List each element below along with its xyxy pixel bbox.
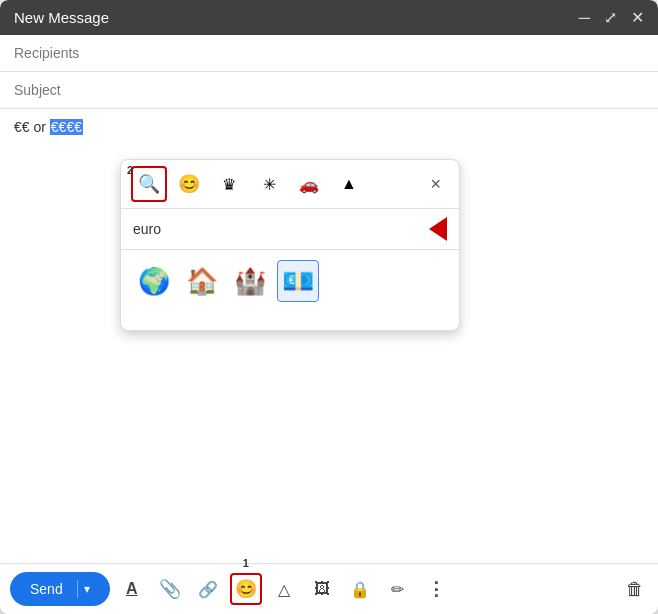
toolbar-emoji-badge: 1 bbox=[243, 557, 249, 569]
arrow-indicator bbox=[429, 217, 447, 241]
compose-toolbar: Send ▾ A 📎 🔗 😊 1 △ 🖼 bbox=[0, 563, 658, 614]
drive-icon: △ bbox=[278, 580, 290, 599]
crown-icon: ♛ bbox=[222, 175, 236, 194]
emoji-icon: 😊 bbox=[235, 578, 257, 600]
car-icon: 🚗 bbox=[299, 175, 319, 194]
title-bar-actions: ─ ⤢ ✕ bbox=[579, 8, 644, 27]
close-button[interactable]: ✕ bbox=[631, 8, 644, 27]
more-icon: ⋮ bbox=[427, 578, 445, 600]
emoji-result-house[interactable]: 🏠 bbox=[181, 260, 223, 302]
emoji-result-euro[interactable]: 💶 bbox=[277, 260, 319, 302]
emoji-tab-crown[interactable]: ♛ bbox=[211, 166, 247, 202]
emoji-result-globe[interactable]: 🌍 bbox=[133, 260, 175, 302]
send-button[interactable]: Send ▾ bbox=[10, 572, 110, 606]
insert-link-button[interactable]: 🔗 bbox=[192, 573, 224, 605]
expand-button[interactable]: ⤢ bbox=[604, 8, 617, 27]
smiley-icon: 😊 bbox=[178, 173, 200, 195]
emoji-tab-car[interactable]: 🚗 bbox=[291, 166, 327, 202]
photo-button[interactable]: 🖼 bbox=[306, 573, 338, 605]
send-label: Send bbox=[30, 581, 63, 597]
attach-button[interactable]: 📎 bbox=[154, 573, 186, 605]
signature-icon: ✏ bbox=[391, 580, 404, 599]
window-title: New Message bbox=[14, 9, 109, 26]
emoji-results: 🌍 🏠 🏰 💶 bbox=[121, 250, 459, 330]
emoji-search-input[interactable] bbox=[133, 221, 421, 237]
format-text-button[interactable]: A bbox=[116, 573, 148, 605]
flower-icon: ✳ bbox=[263, 175, 276, 194]
lock-icon: 🔒 bbox=[350, 580, 370, 599]
arrow-icon bbox=[429, 217, 447, 241]
recipients-field bbox=[0, 35, 658, 72]
emoji-result-castle[interactable]: 🏰 bbox=[229, 260, 271, 302]
emoji-button[interactable]: 😊 bbox=[230, 573, 262, 605]
emoji-picker: 🔍 2 😊 ♛ ✳ 🚗 ▲ × bbox=[120, 159, 460, 331]
emoji-tab-triangle[interactable]: ▲ bbox=[331, 166, 367, 202]
send-arrow-icon: ▾ bbox=[84, 582, 90, 596]
delete-button[interactable]: 🗑 bbox=[622, 575, 648, 604]
trash-icon: 🗑 bbox=[626, 579, 644, 599]
confidential-button[interactable]: 🔒 bbox=[344, 573, 376, 605]
send-divider bbox=[77, 580, 78, 598]
subject-field bbox=[0, 72, 658, 109]
body-text: €€ or €€€€ bbox=[14, 119, 644, 135]
search-icon: 🔍 bbox=[138, 173, 160, 195]
link-icon: 🔗 bbox=[198, 580, 218, 599]
emoji-tab-smileys[interactable]: 😊 bbox=[171, 166, 207, 202]
photo-icon: 🖼 bbox=[314, 580, 330, 598]
more-options-button[interactable]: ⋮ bbox=[420, 573, 452, 605]
compose-body[interactable]: €€ or €€€€ 🔍 2 😊 ♛ ✳ bbox=[0, 109, 658, 563]
emoji-picker-tabs: 🔍 2 😊 ♛ ✳ 🚗 ▲ × bbox=[121, 160, 459, 209]
emoji-button-wrapper: 😊 1 bbox=[230, 573, 262, 605]
triangle-icon: ▲ bbox=[341, 175, 357, 193]
title-bar: New Message ─ ⤢ ✕ bbox=[0, 0, 658, 35]
emoji-picker-close-button[interactable]: × bbox=[422, 170, 449, 199]
minimize-button[interactable]: ─ bbox=[579, 9, 590, 27]
tab-badge-2: 2 bbox=[127, 164, 133, 176]
subject-input[interactable] bbox=[14, 82, 644, 98]
attach-icon: 📎 bbox=[159, 578, 181, 600]
body-text-before: €€ or bbox=[14, 119, 50, 135]
emoji-tab-flower[interactable]: ✳ bbox=[251, 166, 287, 202]
signature-button[interactable]: ✏ bbox=[382, 573, 414, 605]
emoji-search-row bbox=[121, 209, 459, 250]
recipients-input[interactable] bbox=[14, 45, 644, 61]
body-text-highlight: €€€€ bbox=[50, 119, 83, 135]
emoji-tab-search[interactable]: 🔍 bbox=[131, 166, 167, 202]
emoji-tab-wrapper-search: 🔍 2 bbox=[131, 166, 167, 202]
drive-button[interactable]: △ bbox=[268, 573, 300, 605]
format-text-icon: A bbox=[126, 580, 138, 598]
compose-window: New Message ─ ⤢ ✕ €€ or €€€€ 🔍 bbox=[0, 0, 658, 614]
